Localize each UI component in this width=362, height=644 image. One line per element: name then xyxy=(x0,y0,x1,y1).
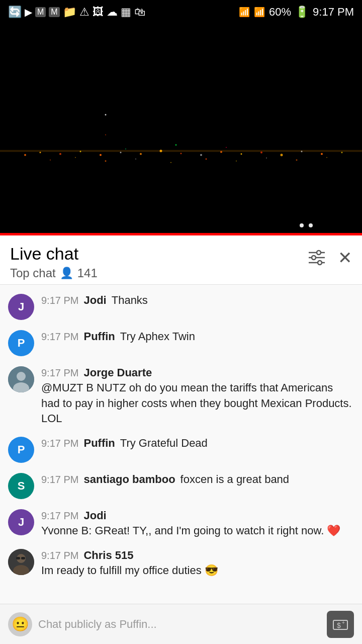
chat-header-info: Live chat Top chat 👤 141 xyxy=(10,244,98,280)
chat-input-bar: 😐 Chat publicly as Puffin... $ + xyxy=(0,604,362,644)
svg-point-3 xyxy=(40,152,41,153)
message-text: @MUZT B NUTZ oh do you mean the tariffs … xyxy=(41,380,354,427)
svg-point-22 xyxy=(135,158,136,159)
svg-text:+: + xyxy=(342,620,345,625)
svg-point-32 xyxy=(226,147,227,148)
video-thumbnail xyxy=(0,24,362,235)
emoji-icon: 😐 xyxy=(12,616,29,632)
svg-point-4 xyxy=(59,153,61,155)
system-status: 📶 📶 60% 🔋 9:17 PM xyxy=(239,6,354,19)
message-meta: 9:17 PM Jorge Duarte xyxy=(41,366,354,379)
message-time: 9:17 PM xyxy=(41,550,78,561)
svg-point-5 xyxy=(80,151,81,152)
message-text: Im ready to fulfill my office duties 😎 xyxy=(41,563,354,579)
message-content: 9:17 PM Puffin Try Aphex Twin xyxy=(41,330,354,343)
avatar: S xyxy=(8,473,34,499)
message-content: 9:17 PM Chris 515 Im ready to fulfill my… xyxy=(41,549,354,579)
chris-avatar-img xyxy=(8,549,34,575)
message-meta: 9:17 PM santiago bamboo foxcen is a grea… xyxy=(41,473,354,486)
chat-title: Live chat xyxy=(10,244,98,264)
svg-point-33 xyxy=(125,148,126,149)
filter-button[interactable] xyxy=(308,250,326,266)
message-author: Chris 515 xyxy=(83,549,133,562)
svg-point-17 xyxy=(321,153,323,155)
chat-message: 9:17 PM Chris 515 Im ready to fulfill my… xyxy=(0,544,362,584)
battery-icon: 🔋 xyxy=(295,6,309,19)
svg-point-13 xyxy=(241,153,242,155)
message-text: Try Aphex Twin xyxy=(120,330,195,343)
send-button[interactable]: $ + xyxy=(327,611,354,638)
svg-rect-1 xyxy=(0,150,362,152)
avatar: P xyxy=(8,330,34,356)
svg-point-19 xyxy=(50,159,51,160)
message-author: Puffin xyxy=(83,437,115,450)
svg-point-30 xyxy=(309,223,313,227)
sync-icon: 🔄 xyxy=(8,6,22,19)
svg-point-24 xyxy=(206,158,207,160)
folder-icon: 📁 xyxy=(63,6,76,19)
message-time: 9:17 PM xyxy=(41,510,78,522)
message-author: Jodi xyxy=(83,509,106,522)
chat-message: J 9:17 PM Jodi Thanks xyxy=(0,289,362,325)
message-author: Puffin xyxy=(83,330,115,343)
svg-rect-0 xyxy=(0,24,362,235)
message-content: 9:17 PM Jodi Thanks xyxy=(41,294,354,307)
message-content: 9:17 PM Jorge Duarte @MUZT B NUTZ oh do … xyxy=(41,366,354,427)
message-time: 9:17 PM xyxy=(41,474,78,486)
chat-message: 9:17 PM Jorge Duarte @MUZT B NUTZ oh do … xyxy=(0,361,362,432)
message-content: 9:17 PM Jodi Yvonne B: GReat! TY,, and I… xyxy=(41,509,354,539)
message-meta: 9:17 PM Puffin Try Grateful Dead xyxy=(41,437,354,450)
video-player[interactable] xyxy=(0,24,362,235)
message-text: Try Grateful Dead xyxy=(120,437,208,450)
svg-point-41 xyxy=(318,261,322,265)
message-text: Thanks xyxy=(112,294,148,307)
message-meta: 9:17 PM Chris 515 xyxy=(41,549,354,562)
avatar: J xyxy=(8,294,34,320)
svg-rect-48 xyxy=(16,557,20,559)
svg-point-35 xyxy=(105,134,106,135)
viewer-icon: 👤 xyxy=(60,267,73,280)
svg-point-18 xyxy=(341,152,343,153)
svg-point-12 xyxy=(220,151,222,153)
chat-header-actions[interactable]: ✕ xyxy=(308,244,352,268)
cloud-icon: ☁ xyxy=(107,6,118,19)
close-button[interactable]: ✕ xyxy=(338,248,352,268)
svg-point-25 xyxy=(236,160,237,162)
message-meta: 9:17 PM Jodi xyxy=(41,509,354,522)
notification-icons: 🔄 ▶ M M 📁 ⚠ 🖼 ☁ ▦ 🛍 xyxy=(8,6,145,19)
svg-point-14 xyxy=(260,151,262,153)
svg-point-34 xyxy=(105,114,107,116)
svg-point-21 xyxy=(105,160,107,162)
alert-icon: ⚠ xyxy=(79,6,89,19)
svg-point-15 xyxy=(281,154,283,156)
svg-rect-49 xyxy=(21,557,25,559)
message-meta: 9:17 PM Jodi Thanks xyxy=(41,294,354,307)
svg-point-27 xyxy=(296,159,298,161)
svg-point-23 xyxy=(170,162,171,163)
message-time: 9:17 PM xyxy=(41,295,78,306)
message-content: 9:17 PM Puffin Try Grateful Dead xyxy=(41,437,354,450)
message-content: 9:17 PM santiago bamboo foxcen is a grea… xyxy=(41,473,354,486)
message-author: Jorge Duarte xyxy=(83,366,152,379)
svg-point-26 xyxy=(266,157,267,158)
svg-point-6 xyxy=(100,154,102,156)
emoji-button[interactable]: 😐 xyxy=(8,612,32,636)
chat-header: Live chat Top chat 👤 141 ✕ xyxy=(0,235,362,285)
avatar xyxy=(8,549,34,575)
bag-icon: 🛍 xyxy=(134,6,145,19)
chat-subtitle: Top chat 👤 141 xyxy=(10,266,98,280)
chat-input-field[interactable]: Chat publicly as Puffin... xyxy=(38,618,321,631)
message-author: santiago bamboo xyxy=(83,473,175,486)
message-time: 9:17 PM xyxy=(41,367,78,379)
send-icon: $ + xyxy=(332,616,348,632)
svg-point-9 xyxy=(160,150,162,152)
status-bar: 🔄 ▶ M M 📁 ⚠ 🖼 ☁ ▦ 🛍 📶 📶 60% 🔋 9:17 PM xyxy=(0,0,362,24)
avatar: J xyxy=(8,509,34,535)
video-progress-bar[interactable] xyxy=(0,233,362,235)
svg-point-7 xyxy=(120,152,122,153)
chat-messages-list: J 9:17 PM Jodi Thanks P 9:17 PM Puffin T… xyxy=(0,285,362,588)
chat-message: S 9:17 PM santiago bamboo foxcen is a gr… xyxy=(0,468,362,504)
battery-percent: 60% xyxy=(269,6,291,19)
svg-point-8 xyxy=(140,153,142,155)
grid-icon: ▦ xyxy=(121,6,131,19)
